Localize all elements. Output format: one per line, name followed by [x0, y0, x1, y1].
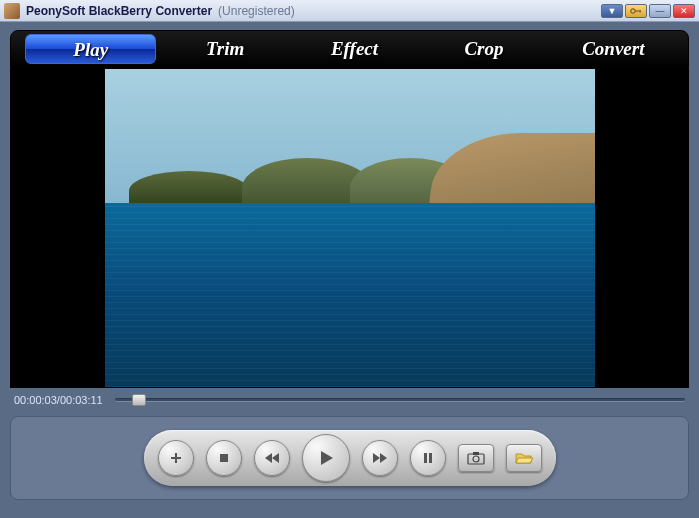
svg-marker-17: [516, 458, 533, 463]
app-icon: [4, 3, 20, 19]
tab-effect[interactable]: Effect: [290, 38, 419, 60]
close-button[interactable]: ✕: [673, 4, 695, 18]
svg-rect-12: [429, 453, 432, 463]
app-title: PeonySoft BlackBerry Converter: [26, 4, 212, 18]
tab-crop[interactable]: Crop: [419, 38, 548, 60]
registration-status: (Unregistered): [218, 4, 295, 18]
play-icon: [316, 448, 336, 468]
pause-icon: [421, 451, 435, 465]
time-total: 00:03:11: [60, 394, 103, 406]
video-frame[interactable]: [105, 69, 595, 387]
control-panel: [10, 416, 689, 500]
time-row: 00:00:03/00:03:11: [14, 394, 685, 406]
dropdown-button[interactable]: ▼: [601, 4, 623, 18]
register-key-button[interactable]: [625, 4, 647, 18]
titlebar: PeonySoft BlackBerry Converter (Unregist…: [0, 0, 699, 22]
forward-button[interactable]: [362, 440, 398, 476]
progress-slider[interactable]: [115, 398, 685, 402]
svg-marker-9: [373, 453, 380, 463]
tab-strip: Play Trim Effect Crop Convert: [10, 30, 689, 68]
forward-icon: [372, 451, 388, 465]
svg-point-15: [473, 456, 479, 462]
play-button[interactable]: [302, 434, 350, 482]
svg-marker-6: [265, 453, 272, 463]
titlebar-buttons: ▼ — ✕: [601, 4, 695, 18]
svg-rect-11: [424, 453, 427, 463]
svg-rect-2: [640, 10, 641, 12]
svg-marker-10: [380, 453, 387, 463]
rewind-icon: [264, 451, 280, 465]
open-button[interactable]: [506, 444, 542, 472]
svg-marker-8: [321, 451, 333, 465]
plus-icon: [169, 451, 183, 465]
minimize-button[interactable]: —: [649, 4, 671, 18]
tab-convert[interactable]: Convert: [549, 38, 678, 60]
svg-marker-7: [272, 453, 279, 463]
svg-rect-5: [220, 454, 228, 462]
time-display: 00:00:03/00:03:11: [14, 394, 103, 406]
video-preview-area: [10, 68, 689, 388]
tab-trim[interactable]: Trim: [160, 38, 289, 60]
pause-button[interactable]: [410, 440, 446, 476]
rewind-button[interactable]: [254, 440, 290, 476]
camera-icon: [467, 451, 485, 465]
add-button[interactable]: [158, 440, 194, 476]
progress-thumb[interactable]: [132, 394, 146, 406]
tab-play[interactable]: Play: [25, 34, 156, 64]
svg-rect-14: [473, 452, 479, 455]
folder-open-icon: [515, 451, 533, 465]
control-pill: [144, 430, 556, 486]
time-current: 00:00:03: [14, 394, 57, 406]
stop-icon: [217, 451, 231, 465]
svg-rect-4: [171, 457, 181, 459]
stop-button[interactable]: [206, 440, 242, 476]
snapshot-button[interactable]: [458, 444, 494, 472]
svg-point-0: [631, 8, 635, 12]
